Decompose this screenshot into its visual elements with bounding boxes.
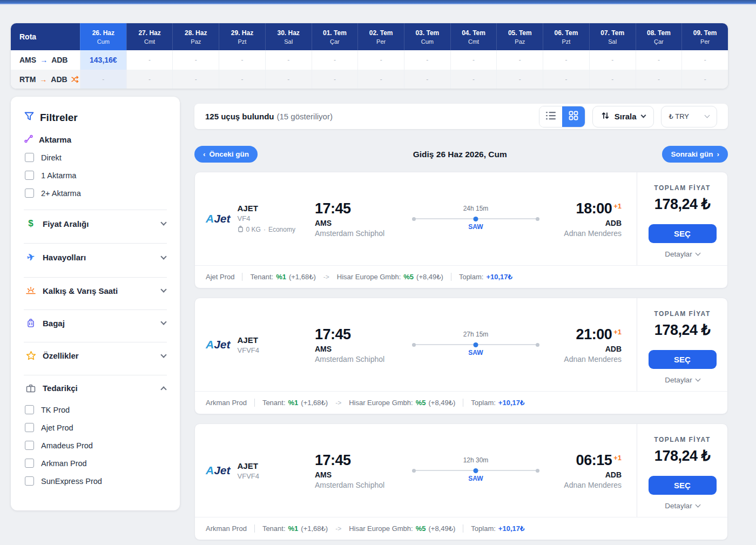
filter-checkbox-row[interactable]: Ajet Prod	[24, 419, 167, 436]
currency-select[interactable]: ₺ TRY	[661, 106, 717, 127]
price-cell[interactable]: -	[404, 70, 450, 89]
flight-timeline: 27h 15m SAW	[412, 298, 539, 391]
chevron-down-icon	[695, 251, 700, 256]
departure-time: 17:45	[315, 200, 406, 217]
price-cell[interactable]: -	[589, 70, 636, 89]
price-cell[interactable]: -	[126, 50, 173, 70]
price-cell[interactable]: -	[681, 50, 728, 70]
date-column[interactable]: 09. TemPer	[681, 23, 728, 50]
date-column[interactable]: 28. HazPaz	[172, 23, 219, 50]
price-cell[interactable]: -	[496, 70, 543, 89]
price-cell[interactable]: -	[496, 50, 543, 70]
filter-checkbox-row[interactable]: Amadeus Prod	[24, 436, 167, 454]
next-day-button[interactable]: Sonraki gün›	[662, 146, 728, 163]
arrival-block: 06:15+1 ADB Adnan Menderes	[556, 424, 637, 517]
dollar-icon: $	[25, 218, 37, 229]
date-column[interactable]: 08. TemÇar	[636, 23, 682, 50]
filter-checkbox-row[interactable]: Arkman Prod	[24, 454, 167, 472]
checkbox[interactable]	[25, 476, 34, 486]
weekday-label: Cum	[421, 38, 434, 45]
price-cell[interactable]: -	[404, 50, 450, 70]
price-cell[interactable]: -	[450, 50, 497, 70]
list-view-button[interactable]	[539, 106, 562, 127]
chevron-down-icon	[705, 113, 710, 118]
divider	[463, 524, 463, 533]
baggage-info: 0 KG · Economy	[238, 225, 295, 234]
details-toggle[interactable]: Detaylar	[665, 502, 699, 510]
filter-section-header[interactable]: Özellikler	[24, 342, 167, 368]
arrival-airport-code: ADB	[556, 470, 622, 479]
price-cell[interactable]: -	[172, 70, 219, 89]
price-cell[interactable]: -	[219, 70, 265, 89]
price-cell[interactable]: -	[357, 70, 404, 89]
price-cell[interactable]: -	[589, 50, 636, 70]
filter-section: $Fiyat Aralığı	[24, 210, 167, 236]
filter-section-header[interactable]: Kalkış & Varış Saati	[24, 278, 167, 302]
date-column[interactable]: 30. HazSal	[265, 23, 312, 50]
select-button[interactable]: SEÇ	[649, 350, 717, 369]
filter-checkbox-row[interactable]: 1 Aktarma	[24, 166, 167, 184]
price-cell[interactable]: -	[312, 70, 358, 89]
date-column[interactable]: 26. HazCum	[80, 23, 126, 50]
weekday-label: Sal	[608, 38, 617, 45]
price-cell[interactable]: -	[681, 70, 728, 89]
select-button[interactable]: SEÇ	[649, 224, 717, 243]
date-label: 09. Tem	[693, 29, 717, 37]
grid-view-button[interactable]	[562, 106, 585, 127]
price-cell[interactable]: -	[172, 50, 219, 70]
departure-airport-name: Amsterdam Schiphol	[315, 355, 406, 364]
price-cell[interactable]: -	[265, 50, 312, 70]
previous-day-button[interactable]: ‹Önceki gün	[194, 146, 258, 163]
checkbox[interactable]	[25, 423, 34, 432]
date-column[interactable]: 01. TemÇar	[312, 23, 358, 50]
filter-checkbox-row[interactable]: Direkt	[24, 149, 167, 166]
price-cell[interactable]: -	[80, 70, 126, 89]
date-column[interactable]: 07. TemSal	[589, 23, 636, 50]
date-column[interactable]: 06. TemPzt	[543, 23, 589, 50]
price-cell[interactable]: -	[126, 70, 173, 89]
price-cell[interactable]: -	[265, 70, 312, 89]
filter-section-header[interactable]: ✈Havayolları	[24, 244, 167, 270]
price-cell[interactable]: -	[312, 50, 358, 70]
date-column[interactable]: 03. TemCum	[404, 23, 450, 50]
filter-section-header[interactable]: Bagaj	[24, 310, 167, 335]
weekday-label: Paz	[515, 38, 525, 45]
transfer-icon	[24, 134, 33, 145]
tenant-commission: Tenant: %1 (+1,68₺)	[262, 399, 328, 407]
filter-section-options: TK ProdAjet ProdAmadeus ProdArkman ProdS…	[24, 400, 167, 494]
sort-button[interactable]: Sırala	[592, 106, 654, 127]
filter-section-header[interactable]: Tedarikçi	[24, 375, 167, 400]
filter-section-label: Özellikler	[43, 351, 79, 360]
date-column[interactable]: 05. TemPaz	[496, 23, 543, 50]
checkbox[interactable]	[25, 153, 34, 162]
details-toggle[interactable]: Detaylar	[665, 376, 699, 384]
price-cell[interactable]: -	[636, 50, 682, 70]
weekday-label: Per	[700, 38, 710, 45]
departure-time: 17:45	[315, 452, 406, 469]
date-column[interactable]: 04. TemCmt	[450, 23, 497, 50]
date-column[interactable]: 27. HazCmt	[126, 23, 173, 50]
price-cell[interactable]: -	[357, 50, 404, 70]
checkbox[interactable]	[25, 441, 34, 450]
details-toggle[interactable]: Detaylar	[665, 250, 699, 258]
filter-section-header[interactable]: $Fiyat Aralığı	[24, 210, 167, 236]
price-cell[interactable]: -	[636, 70, 682, 89]
price-cell[interactable]: 143,16€	[80, 50, 126, 70]
checkbox[interactable]	[25, 405, 34, 414]
filter-checkbox-row[interactable]: SunExpress Prod	[24, 472, 167, 490]
filter-section-label: Bagaj	[43, 319, 65, 328]
filter-checkbox-row[interactable]: 2+ Aktarma	[24, 184, 167, 202]
price-cell[interactable]: -	[543, 70, 589, 89]
checkbox[interactable]	[25, 171, 34, 180]
price-cell[interactable]: -	[543, 50, 589, 70]
checkbox[interactable]	[25, 459, 34, 468]
timeline-end-dot	[536, 343, 539, 347]
filter-checkbox-row[interactable]: TK Prod	[24, 401, 167, 419]
price-cell[interactable]: -	[219, 50, 265, 70]
date-column[interactable]: 02. TemPer	[357, 23, 404, 50]
price-cell[interactable]: -	[450, 70, 497, 89]
checkbox[interactable]	[25, 189, 34, 198]
date-label: 30. Haz	[278, 29, 300, 37]
date-column[interactable]: 29. HazPzt	[219, 23, 265, 50]
select-button[interactable]: SEÇ	[649, 476, 717, 495]
